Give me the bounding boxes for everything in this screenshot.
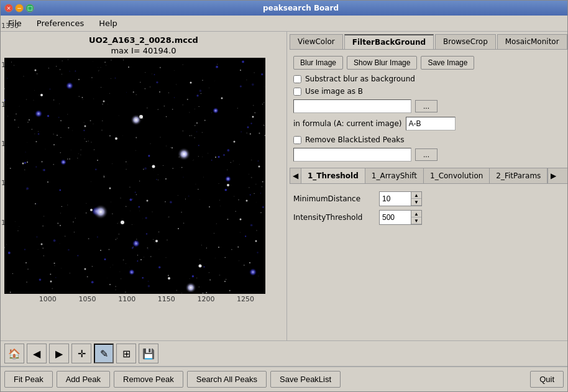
input-row-2: ...: [293, 148, 565, 162]
tab-browsecrop[interactable]: BrowseCrop: [435, 34, 496, 49]
save-peak-list-button[interactable]: Save PeakList: [270, 371, 341, 388]
main-content: UO2_A163_2_0028.mccd max I= 40194.0 1350…: [1, 32, 567, 340]
threshold-params-section: MinimumDistance ▲ ▼ IntensityThreshold: [290, 189, 567, 231]
menu-bar: File Preferences Help: [1, 16, 567, 32]
sub-tab-threshold[interactable]: 1_Threshold: [301, 168, 365, 183]
sub-tab-fitparams[interactable]: 2_FitParams: [490, 168, 547, 183]
show-blur-button[interactable]: Show Blur Image: [347, 56, 417, 70]
right-panel: ViewColor FilterBackGround BrowseCrop Mo…: [286, 32, 567, 340]
back-tool-button[interactable]: ◀: [27, 344, 47, 363]
remove-blacklisted-row: Remove BlackListed Peaks: [293, 135, 565, 144]
toolbar: 🏠 ◀ ▶ ✛ ✎ ⊞ 💾: [1, 340, 567, 367]
fit-peak-button[interactable]: Fit Peak: [4, 371, 53, 388]
tab-filterbackground[interactable]: FilterBackGround: [344, 34, 434, 49]
home-tool-button[interactable]: 🏠: [4, 344, 24, 363]
save-tool-button[interactable]: 💾: [139, 344, 158, 363]
quit-button[interactable]: Quit: [530, 371, 564, 388]
subtract-blur-checkbox[interactable]: [293, 75, 301, 83]
blur-image-button[interactable]: Blur Image: [293, 56, 343, 70]
image-area: 1350 1400 1450 1500 1550 1600 1000 1050: [4, 58, 283, 303]
left-panel: UO2_A163_2_0028.mccd max I= 40194.0 1350…: [1, 32, 286, 340]
subtract-blur-row: Substract blur as background: [293, 75, 565, 83]
blur-buttons-row: Blur Image Show Blur Image Save Image: [293, 56, 565, 70]
formula-input[interactable]: [406, 117, 456, 130]
x-label-4: 1200: [197, 295, 214, 303]
use-image-checkbox[interactable]: [293, 88, 301, 96]
window-title: peaksearch Board: [38, 4, 564, 12]
forward-tool-button[interactable]: ▶: [49, 344, 69, 363]
ellipsis-btn-2[interactable]: ...: [415, 148, 437, 161]
image-filename: UO2_A163_2_0028.mccd: [4, 35, 283, 45]
x-axis-labels: 1000 1050 1100 1150 1200 1250: [4, 295, 265, 303]
min-distance-up[interactable]: ▲: [411, 192, 421, 199]
use-image-row: Use image as B: [293, 87, 565, 96]
formula-row: in formula (A: current image): [293, 117, 565, 130]
intensity-threshold-down[interactable]: ▼: [411, 217, 421, 224]
menu-help[interactable]: Help: [94, 17, 122, 29]
image-b-input[interactable]: [293, 99, 411, 113]
main-tab-row: ViewColor FilterBackGround BrowseCrop Mo…: [290, 34, 567, 50]
maximize-button[interactable]: □: [25, 4, 34, 12]
image-canvas[interactable]: [4, 58, 265, 294]
min-distance-label: MinimumDistance: [293, 194, 374, 203]
input-row-1: ...: [293, 99, 565, 113]
add-peak-button[interactable]: Add Peak: [57, 371, 110, 388]
min-distance-row: MinimumDistance ▲ ▼: [293, 191, 565, 206]
intensity-threshold-spinner: ▲ ▼: [379, 210, 422, 225]
min-distance-spinner: ▲ ▼: [379, 191, 422, 206]
tab-mosaicmonitor[interactable]: MosaicMonitor: [497, 34, 567, 49]
main-window: × − □ peaksearch Board File Preferences …: [0, 0, 568, 392]
x-label-0: 1000: [39, 295, 57, 303]
x-label-2: 1100: [118, 295, 135, 303]
x-label-5: 1250: [237, 295, 254, 303]
formula-label: in formula (A: current image): [293, 119, 402, 128]
intensity-threshold-label: IntensityThreshold: [293, 213, 374, 222]
use-image-label: Use image as B: [305, 87, 363, 96]
remove-blacklisted-label: Remove BlackListed Peaks: [305, 135, 405, 144]
x-label-1: 1050: [78, 295, 96, 303]
sub-tab-left-arrow[interactable]: ◀: [290, 168, 301, 183]
edit-tool-button[interactable]: ✎: [94, 344, 114, 363]
image-max-label: max I= 40194.0: [4, 46, 283, 55]
min-distance-spin-buttons: ▲ ▼: [411, 192, 421, 206]
bottom-bar: Fit Peak Add Peak Remove Peak Search All…: [1, 367, 567, 391]
x-label-3: 1150: [158, 295, 175, 303]
search-all-peaks-button[interactable]: Search All Peaks: [187, 371, 267, 388]
subtract-blur-label: Substract blur as background: [305, 75, 415, 83]
sub-tab-arrayshift[interactable]: 1_ArrayShift: [365, 168, 424, 183]
ellipsis-btn-1[interactable]: ...: [415, 100, 437, 112]
intensity-threshold-spin-buttons: ▲ ▼: [411, 211, 421, 224]
remove-blacklisted-checkbox[interactable]: [293, 136, 301, 144]
tab-viewcolor[interactable]: ViewColor: [290, 34, 343, 49]
sub-tab-convolution[interactable]: 1_Convolution: [424, 168, 490, 183]
intensity-threshold-input[interactable]: [380, 211, 411, 224]
title-bar: × − □ peaksearch Board: [1, 1, 567, 16]
sub-tab-bar: ◀ 1_Threshold 1_ArrayShift 1_Convolution…: [290, 168, 567, 184]
intensity-threshold-up[interactable]: ▲: [411, 211, 421, 217]
save-image-button[interactable]: Save Image: [421, 56, 474, 70]
min-distance-down[interactable]: ▼: [411, 199, 421, 206]
blacklist-input[interactable]: [293, 148, 411, 162]
intensity-threshold-row: IntensityThreshold ▲ ▼: [293, 210, 565, 225]
menu-preferences[interactable]: Preferences: [32, 17, 89, 29]
filter-bg-section: Blur Image Show Blur Image Save Image Su…: [290, 53, 567, 168]
sub-tab-right-arrow[interactable]: ▶: [547, 168, 559, 183]
grid-tool-button[interactable]: ⊞: [116, 344, 136, 363]
min-distance-input[interactable]: [380, 192, 411, 206]
move-tool-button[interactable]: ✛: [71, 344, 91, 363]
remove-peak-button[interactable]: Remove Peak: [114, 371, 183, 388]
